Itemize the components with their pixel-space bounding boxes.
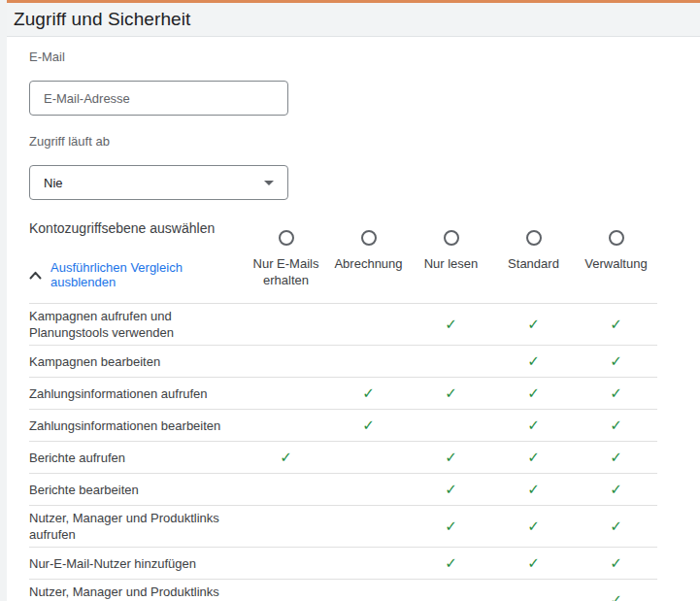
access-level-label: Verwaltung [584, 255, 647, 272]
check-icon: ✓ [610, 384, 622, 401]
permission-label: Berichte aufrufen [29, 450, 245, 466]
permission-label: Nutzer, Manager und Produktlinks aufrufe… [29, 510, 245, 543]
check-icon: ✓ [610, 481, 622, 497]
check-icon-cell: ✓ [410, 316, 492, 333]
check-icon-cell: ✓ [575, 591, 657, 601]
check-icon: ✓ [527, 316, 540, 332]
email-field-group: E-Mail [29, 50, 700, 116]
check-icon: ✓ [610, 518, 622, 534]
check-icon-cell: ✓ [575, 316, 657, 333]
check-icon: ✓ [527, 384, 540, 401]
permission-label: Berichte bearbeiten [29, 482, 245, 498]
check-icon: ✓ [610, 554, 622, 571]
check-icon: ✓ [527, 554, 540, 571]
access-level-option-3[interactable]: Standard [492, 218, 575, 289]
check-icon-cell: ✓ [575, 481, 657, 498]
check-icon-cell: ✓ [575, 352, 657, 370]
check-icon-cell: ✓ [245, 449, 327, 466]
check-icon: ✓ [527, 352, 540, 369]
permission-row: Zahlungsinformationen bearbeiten✓✓✓ [29, 410, 657, 442]
permission-label: Zahlungsinformationen aufrufen [29, 385, 245, 402]
check-icon-cell: ✓ [410, 554, 492, 572]
permission-row: Zahlungsinformationen aufrufen✓✓✓✓ [29, 378, 657, 410]
check-icon: ✓ [527, 417, 540, 433]
check-icon-cell: ✓ [492, 554, 575, 572]
chevron-up-icon [29, 271, 42, 280]
comparison-toggle-row[interactable]: Ausführlichen Vergleich ausblenden [29, 260, 245, 289]
check-icon-cell: ✓ [492, 352, 575, 370]
permission-label: Zahlungsinformationen bearbeiten [29, 417, 245, 434]
card-header: Zugriff und Sicherheit [7, 3, 700, 37]
check-icon: ✓ [445, 554, 457, 571]
dropdown-caret-icon [264, 181, 274, 185]
check-icon: ✓ [527, 518, 540, 534]
permission-row: Kampagnen bearbeiten✓✓ [29, 346, 657, 378]
permission-label: Kampagnen bearbeiten [29, 353, 245, 370]
permission-row: Nutzer, Manager und Produktlinks aufrufe… [29, 506, 657, 548]
permission-label: Kampagnen aufrufen und Planungstools ver… [29, 308, 245, 341]
access-levels-left: Kontozugriffsebene auswählen Ausführlich… [29, 218, 245, 289]
expiry-selected-value: Nie [44, 176, 63, 190]
comparison-toggle-link[interactable]: Ausführlichen Vergleich ausblenden [50, 260, 245, 289]
check-icon: ✓ [362, 384, 375, 401]
radio-button-icon[interactable] [279, 230, 294, 246]
permissions-table: Kampagnen aufrufen und Planungstools ver… [29, 303, 657, 601]
check-icon: ✓ [362, 417, 375, 433]
check-icon: ✓ [445, 384, 457, 401]
access-security-card: Zugriff und Sicherheit E-Mail Zugriff lä… [7, 0, 700, 601]
email-label: E-Mail [29, 50, 700, 65]
access-level-label: Standard [508, 255, 559, 272]
access-level-section-label: Kontozugriffsebene auswählen [29, 220, 245, 237]
permission-row: Berichte aufrufen✓✓✓✓ [29, 442, 657, 474]
check-icon-cell: ✓ [575, 554, 657, 572]
permission-row: Berichte bearbeiten✓✓✓ [29, 474, 657, 506]
check-icon-cell: ✓ [575, 518, 657, 535]
check-icon-cell: ✓ [327, 384, 410, 402]
check-icon: ✓ [610, 352, 622, 369]
access-level-label: Nur lesen [424, 255, 479, 272]
check-icon: ✓ [527, 481, 540, 497]
access-level-option-0[interactable]: Nur E-Mails erhalten [245, 218, 327, 289]
check-icon-cell: ✓ [410, 449, 492, 466]
radio-button-icon[interactable] [526, 230, 542, 246]
permission-label: Nutzer, Manager und Produktlinks bearbei… [29, 584, 245, 601]
radio-button-icon[interactable] [361, 230, 377, 246]
email-input[interactable] [29, 81, 288, 116]
check-icon-cell: ✓ [492, 518, 575, 535]
access-levels-header: Kontozugriffsebene auswählen Ausführlich… [29, 218, 700, 289]
check-icon: ✓ [445, 316, 457, 332]
access-level-option-1[interactable]: Abrechnung [327, 218, 410, 289]
card-body: E-Mail Zugriff läuft ab Nie Kontozugriff… [7, 37, 700, 601]
check-icon-cell: ✓ [492, 417, 575, 434]
check-icon-cell: ✓ [492, 384, 575, 402]
check-icon-cell: ✓ [327, 417, 410, 434]
access-level-label: Nur E-Mails erhalten [247, 255, 326, 288]
expiry-field-group: Zugriff läuft ab Nie [29, 134, 700, 200]
check-icon: ✓ [610, 591, 622, 601]
radio-button-icon[interactable] [609, 230, 624, 246]
access-level-option-4[interactable]: Verwaltung [575, 218, 657, 289]
permission-label: Nur-E-Mail-Nutzer hinzufügen [29, 555, 245, 572]
access-level-label: Abrechnung [334, 255, 402, 272]
permission-row: Kampagnen aufrufen und Planungstools ver… [29, 304, 657, 346]
expiry-select[interactable]: Nie [29, 165, 288, 200]
expiry-label: Zugriff läuft ab [29, 134, 700, 150]
check-icon-cell: ✓ [492, 316, 575, 333]
radio-button-icon[interactable] [444, 230, 459, 246]
check-icon-cell: ✓ [492, 449, 575, 466]
check-icon-cell: ✓ [492, 481, 575, 498]
check-icon: ✓ [610, 449, 622, 465]
check-icon-cell: ✓ [575, 449, 657, 466]
access-level-option-2[interactable]: Nur lesen [410, 218, 492, 289]
permission-row: Nur-E-Mail-Nutzer hinzufügen✓✓✓ [29, 548, 657, 580]
check-icon: ✓ [445, 518, 457, 534]
check-icon: ✓ [527, 449, 540, 465]
check-icon-cell: ✓ [410, 481, 492, 498]
permission-row: Nutzer, Manager und Produktlinks bearbei… [29, 580, 657, 601]
check-icon-cell: ✓ [410, 518, 492, 535]
check-icon-cell: ✓ [410, 384, 492, 402]
check-icon: ✓ [610, 417, 622, 433]
check-icon: ✓ [610, 316, 622, 332]
page-title: Zugriff und Sicherheit [14, 9, 190, 30]
check-icon-cell: ✓ [575, 384, 657, 402]
